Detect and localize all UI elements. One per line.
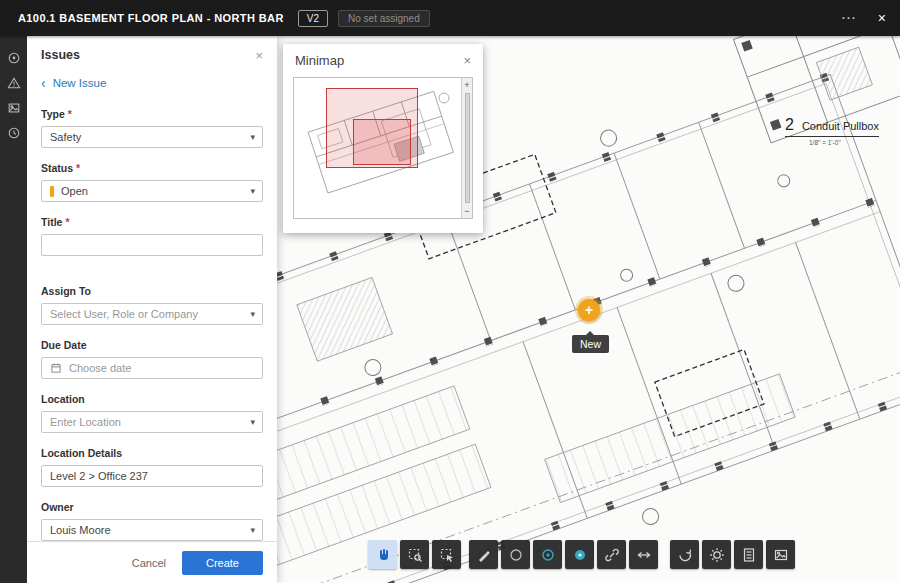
callout-number: 2 — [785, 116, 794, 134]
assign-to-placeholder: Select User, Role or Company — [50, 308, 198, 320]
issue-view-filled-button[interactable] — [565, 540, 594, 569]
rail-item-issues[interactable] — [0, 45, 27, 70]
panel-footer: Cancel Create — [27, 541, 277, 583]
version-badge[interactable]: V2 — [298, 10, 328, 27]
cancel-button[interactable]: Cancel — [132, 557, 166, 569]
title-input[interactable] — [41, 234, 263, 256]
minimap-close-icon[interactable]: × — [463, 53, 471, 68]
zoom-slider-handle[interactable] — [465, 93, 470, 203]
create-button[interactable]: Create — [182, 551, 263, 575]
due-date-label: Due Date — [41, 339, 87, 351]
required-marker: * — [65, 216, 69, 228]
chevron-down-icon: ▾ — [250, 132, 255, 142]
top-bar: A100.1 BASEMENT FLOOR PLAN - NORTH BAR V… — [0, 0, 900, 36]
new-issue-tooltip: New — [572, 335, 609, 353]
issues-panel: Issues × ‹ New Issue Type * Safety ▾ Sta… — [27, 36, 277, 583]
status-select[interactable]: Open ▾ — [41, 180, 263, 202]
plus-icon: + — [585, 302, 593, 318]
rotate-button[interactable] — [670, 540, 699, 569]
location-placeholder: Enter Location — [50, 416, 121, 428]
photos-icon — [7, 101, 21, 115]
arrows-icon — [636, 547, 652, 563]
sheets-button[interactable] — [734, 540, 763, 569]
marker-icon — [476, 547, 492, 563]
rotate-icon — [677, 547, 693, 563]
zoom-region-icon — [407, 547, 423, 563]
new-issue-heading: New Issue — [53, 77, 107, 89]
select-region-button[interactable] — [432, 540, 461, 569]
link-icon — [604, 547, 620, 563]
title-label: Title — [41, 216, 62, 228]
minimap-window: Minimap × + − — [283, 44, 483, 233]
add-issue-button[interactable] — [400, 540, 429, 569]
location-details-label: Location Details — [41, 447, 122, 459]
new-issue-form: Type * Safety ▾ Status * Open ▾ Title * — [27, 102, 277, 583]
type-select[interactable]: Safety ▾ — [41, 126, 263, 148]
calendar-icon — [50, 362, 62, 374]
shape-tool-button[interactable] — [501, 540, 530, 569]
back-to-issues[interactable]: ‹ New Issue — [27, 74, 277, 102]
viewer-toolbar — [368, 540, 795, 569]
required-marker: * — [68, 108, 72, 120]
photo-button[interactable] — [766, 540, 795, 569]
more-menu-icon[interactable]: ⋯ — [841, 9, 856, 27]
settings-button[interactable] — [702, 540, 731, 569]
issues-icon — [7, 51, 21, 65]
left-rail — [0, 36, 27, 583]
pan-tool-button[interactable] — [368, 540, 397, 569]
owner-label: Owner — [41, 501, 74, 513]
due-date-picker[interactable]: Choose date — [41, 357, 263, 379]
issue-view-button[interactable] — [533, 540, 562, 569]
chevron-down-icon: ▾ — [250, 525, 255, 535]
type-value: Safety — [50, 131, 81, 143]
location-details-input[interactable] — [41, 465, 263, 487]
zoom-out-icon[interactable]: − — [464, 206, 469, 216]
owner-value: Louis Moore — [50, 524, 111, 536]
status-open-icon — [50, 186, 54, 197]
location-select[interactable]: Enter Location ▾ — [41, 411, 263, 433]
gear-icon — [709, 547, 725, 563]
zoom-in-icon[interactable]: + — [464, 80, 469, 90]
panel-title: Issues — [41, 48, 80, 62]
type-label: Type — [41, 108, 65, 120]
panel-close-icon[interactable]: × — [255, 48, 263, 63]
rail-item-warnings[interactable] — [0, 70, 27, 95]
assign-to-select[interactable]: Select User, Role or Company ▾ — [41, 303, 263, 325]
minimap-viewport-inner — [353, 119, 411, 165]
location-label: Location — [41, 393, 85, 405]
chevron-down-icon: ▾ — [250, 417, 255, 427]
rail-item-history[interactable] — [0, 120, 27, 145]
owner-select[interactable]: Louis Moore ▾ — [41, 519, 263, 541]
measure-button[interactable] — [629, 540, 658, 569]
status-label: Status — [41, 162, 73, 174]
link-button[interactable] — [597, 540, 626, 569]
assign-to-label: Assign To — [41, 285, 91, 297]
photo-icon — [773, 547, 789, 563]
due-date-placeholder: Choose date — [69, 362, 131, 374]
hand-icon — [375, 547, 391, 563]
minimap-title: Minimap — [295, 53, 344, 68]
select-region-icon — [439, 547, 455, 563]
callout-label: Conduit Pullbox — [802, 120, 879, 132]
eye-filled-icon — [572, 547, 588, 563]
minimap-viewport[interactable] — [326, 88, 418, 168]
markup-button[interactable] — [469, 540, 498, 569]
sheet-title: A100.1 BASEMENT FLOOR PLAN - NORTH BAR — [18, 12, 284, 24]
new-issue-pin[interactable]: + — [578, 299, 600, 321]
callout-scale: 1/8" = 1'-0" — [809, 139, 879, 146]
chevron-left-icon: ‹ — [41, 76, 46, 90]
detail-callout: 2 Conduit Pullbox 1/8" = 1'-0" — [785, 116, 879, 146]
chevron-down-icon: ▾ — [250, 309, 255, 319]
close-viewer-icon[interactable]: × — [878, 10, 886, 26]
rail-item-photos[interactable] — [0, 95, 27, 120]
required-marker: * — [76, 162, 80, 174]
history-icon — [7, 126, 21, 140]
minimap-zoom-strip[interactable]: + − — [461, 78, 472, 218]
circle-icon — [508, 547, 524, 563]
warning-icon — [7, 76, 21, 90]
set-badge[interactable]: No set assigned — [338, 10, 430, 27]
minimap-map[interactable]: + − — [293, 77, 473, 219]
sheet-list-icon — [741, 547, 757, 563]
chevron-down-icon: ▾ — [250, 186, 255, 196]
eye-icon — [540, 547, 556, 563]
